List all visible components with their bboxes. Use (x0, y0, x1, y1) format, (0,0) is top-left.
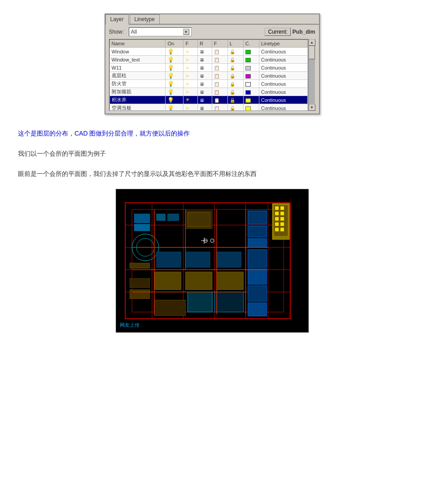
svg-rect-23 (280, 217, 284, 220)
paragraph-1: 这个是图层的分布，CAD 图做到分层合理，就方便以后的操作 (18, 128, 406, 139)
svg-rect-32 (248, 268, 267, 284)
layer-on[interactable]: 💡 (166, 88, 184, 96)
col-linetype: Linetype (259, 40, 307, 48)
svg-rect-46 (130, 278, 150, 287)
layer-f2[interactable]: 📋 (212, 72, 227, 80)
table-row[interactable]: Window 💡 ☀ 🖥 📋 🔓 Continuous (109, 48, 307, 56)
layer-r[interactable]: 🖥 (198, 96, 212, 104)
table-row[interactable]: 防火管 💡 ☀ 🖥 📋 🔒 Continuous (109, 80, 307, 88)
paragraph-2: 我们以一个会所的平面图为例子 (18, 148, 406, 159)
layer-lock[interactable]: 🔓 (227, 88, 243, 96)
layer-f2[interactable]: 📋 (212, 48, 227, 56)
layer-freeze[interactable]: ☀ (184, 104, 198, 111)
svg-rect-52 (154, 300, 185, 316)
layer-lock[interactable]: 🔒 (227, 72, 243, 80)
layer-lock[interactable]: 🔒 (227, 80, 243, 88)
layer-r[interactable]: 🖥 (198, 48, 212, 56)
svg-rect-25 (280, 222, 284, 226)
scrollbar-track[interactable] (309, 46, 315, 104)
scrollbar-thumb[interactable] (309, 46, 315, 59)
show-value: All (131, 29, 183, 35)
layer-r[interactable]: 🖥 (198, 56, 212, 64)
layer-linetype: Continuous (259, 88, 307, 96)
layer-f2[interactable]: 📋 (212, 56, 227, 64)
svg-rect-18 (275, 206, 279, 210)
layer-on[interactable]: 💡 (166, 104, 184, 111)
layer-f2[interactable]: 📋 (212, 64, 227, 72)
layer-on[interactable]: 💡 (166, 64, 184, 72)
layer-color[interactable] (243, 104, 259, 111)
layer-linetype: Continuous (259, 104, 307, 111)
layer-freeze[interactable]: ☀ (184, 72, 198, 80)
svg-rect-34 (248, 302, 267, 316)
layer-color[interactable] (243, 72, 259, 80)
cad-floor-plan: 网友上传 (116, 189, 309, 333)
layer-r[interactable]: 🖥 (198, 64, 212, 72)
layer-lock[interactable]: 🔓 (227, 48, 243, 56)
layer-freeze[interactable]: ☀ (184, 48, 198, 56)
table-row[interactable]: 积水井 💡 ☀ 🖥 📋 🔓 Continuous (109, 96, 307, 104)
svg-rect-39 (216, 272, 243, 289)
layer-f2[interactable]: 📋 (212, 88, 227, 96)
layer-linetype: Continuous (259, 64, 307, 72)
layer-linetype: Continuous (259, 72, 307, 80)
layer-r[interactable]: 🖥 (198, 72, 212, 80)
tab-layer[interactable]: Layer (105, 14, 129, 25)
table-row[interactable]: Window_text 💡 ☀ 🖥 📋 🔓 Continuous (109, 56, 307, 64)
layer-lock[interactable]: 🔓 (227, 104, 243, 111)
table-row[interactable]: 底层柱 💡 ☀ 🖥 📋 🔒 Continuous (109, 72, 307, 80)
scrollbar[interactable]: ▲ ▼ (308, 39, 315, 111)
svg-rect-36 (188, 212, 210, 227)
layer-color[interactable] (243, 56, 259, 64)
layer-color[interactable] (243, 48, 259, 56)
col-l: L (227, 40, 243, 48)
layer-on[interactable]: 💡 (166, 48, 184, 56)
layer-name: 空调当板 (109, 104, 166, 111)
table-row[interactable]: 空调当板 💡 ☀ 🖥 📋 🔓 Continuous (109, 104, 307, 111)
svg-rect-44 (216, 252, 241, 267)
layer-name: 底层柱 (109, 72, 166, 80)
layer-f2[interactable]: 📋 (212, 104, 227, 111)
layer-name: 附加箍筋 (109, 88, 166, 96)
layer-color[interactable] (243, 64, 259, 72)
show-dropdown[interactable]: All ▼ (129, 27, 192, 36)
table-row[interactable]: 附加箍筋 💡 ☀ 🖥 📋 🔓 Continuous (109, 88, 307, 96)
layer-lock[interactable]: 🔓 (227, 96, 243, 104)
svg-rect-27 (280, 228, 284, 231)
svg-rect-21 (280, 211, 284, 215)
layer-on[interactable]: 💡 (166, 96, 184, 104)
show-label: Show: (109, 29, 125, 35)
col-f2: F (212, 40, 227, 48)
scroll-up-button[interactable]: ▲ (309, 39, 315, 46)
dialog-body: Show: All ▼ Current: Pub_dim Name On F (105, 25, 319, 114)
current-button[interactable]: Current: (265, 28, 290, 36)
layer-color[interactable] (243, 88, 259, 96)
layer-f2[interactable]: 📋 (212, 96, 227, 104)
scroll-down-button[interactable]: ▼ (309, 104, 315, 111)
layer-freeze[interactable]: ☀ (184, 88, 198, 96)
layer-freeze[interactable]: ☀ (184, 56, 198, 64)
svg-rect-38 (185, 272, 212, 289)
layer-freeze[interactable]: ☀ (184, 80, 198, 88)
layer-lock[interactable]: 🔓 (227, 56, 243, 64)
layer-lock[interactable]: 🔓 (227, 64, 243, 72)
layer-freeze[interactable]: ☀ (184, 96, 198, 104)
tab-linetype[interactable]: Linetype (130, 14, 160, 24)
layer-freeze[interactable]: ☀ (184, 64, 198, 72)
layer-f2[interactable]: 📋 (212, 80, 227, 88)
layer-r[interactable]: 🖥 (198, 88, 212, 96)
layer-color[interactable] (243, 96, 259, 104)
layer-on[interactable]: 💡 (166, 72, 184, 80)
current-value: Pub_dim (293, 29, 315, 35)
layer-linetype: Continuous (259, 96, 307, 104)
dropdown-arrow-icon[interactable]: ▼ (183, 29, 189, 35)
layer-r[interactable]: 🖥 (198, 104, 212, 111)
layer-color[interactable] (243, 80, 259, 88)
layer-on[interactable]: 💡 (166, 56, 184, 64)
table-row[interactable]: W11 💡 ☀ 🖥 📋 🔓 Continuous (109, 64, 307, 72)
layer-on[interactable]: 💡 (166, 80, 184, 88)
col-name: Name (109, 40, 166, 48)
layer-name: 积水井 (109, 96, 166, 104)
dialog-tabs: Layer Linetype (105, 14, 319, 25)
layer-r[interactable]: 🖥 (198, 80, 212, 88)
